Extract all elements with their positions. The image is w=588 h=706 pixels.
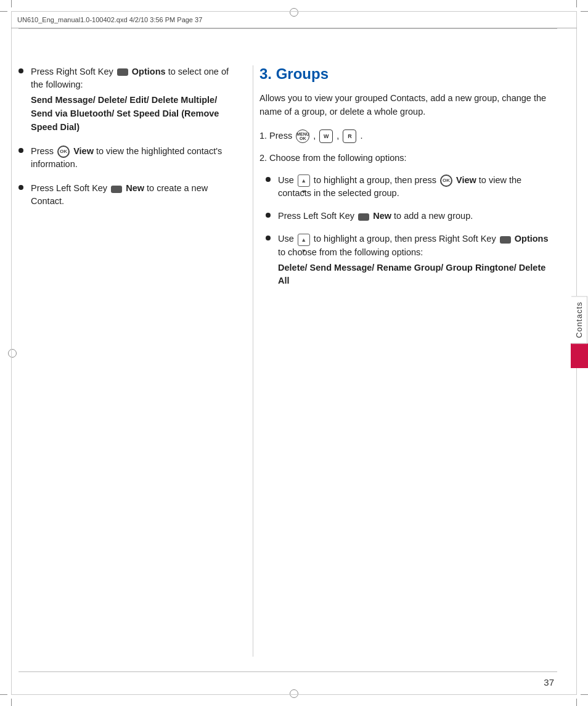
crop-mark-tr-h	[581, 11, 588, 12]
sub1-view-label: View	[456, 175, 476, 185]
sub-bullet-content-2: Press Left Soft Key New to add a new gro…	[278, 210, 557, 223]
sub1-use: Use	[278, 175, 296, 185]
w-icon: W	[319, 129, 333, 143]
right-soft-key-icon	[117, 68, 128, 76]
sidebar-color-block	[571, 343, 588, 368]
sub-bullet-dot-3	[266, 236, 271, 240]
ok-icon-1: OK	[57, 146, 70, 158]
bullet-item-right-soft-key: Press Right Soft Key Options to select o…	[18, 65, 234, 134]
sub3-use: Use	[278, 234, 296, 244]
sub2-press: Press Left Soft Key	[278, 211, 357, 221]
sub-bullet-1: Use ▲▼ to highlight a group, then press …	[266, 174, 557, 200]
sub3-options-label: Options	[515, 234, 549, 244]
step-1: 1. Press MENUOK , W , R .	[259, 129, 557, 143]
right-column: 3. Groups Allows you to view your groupe…	[253, 28, 557, 657]
menu-ok-icon: MENUOK	[296, 129, 309, 143]
bullet1-sub-menu: Send Message/ Delete/ Edit/ Delete Multi…	[31, 94, 234, 134]
sub2-new-label: New	[373, 211, 391, 221]
bullet2-view-label: View	[73, 146, 94, 156]
sidebar-contacts-label: Contacts	[571, 296, 587, 343]
bullet-content-1: Press Right Soft Key Options to select o…	[31, 65, 234, 134]
left-soft-key-icon-1	[111, 186, 122, 193]
sub-bullet-content-3: Use ▲▼ to highlight a group, then press …	[278, 232, 557, 288]
divider-bottom	[18, 671, 557, 672]
bullet-item-left-soft-key: Press Left Soft Key New to create a new …	[18, 182, 234, 208]
r-icon: R	[343, 129, 356, 143]
sub-bullet-3: Use ▲▼ to highlight a group, then press …	[266, 232, 557, 288]
sub-bullet-2: Press Left Soft Key New to add a new gro…	[266, 210, 557, 223]
step1-comma1: ,	[313, 131, 318, 141]
bullet1-text-before: Press Right Soft Key	[31, 67, 116, 76]
crop-mark-bl-v	[11, 699, 12, 706]
crop-mark-tr-v	[576, 0, 577, 7]
header-text: UN610_Eng_manual1.0-100402.qxd 4/2/10 3:…	[17, 16, 202, 23]
sub2-end: to add a new group.	[394, 211, 473, 221]
bullet2-press: Press	[31, 146, 56, 156]
bullet3-new-label: New	[126, 183, 144, 193]
step1-period: .	[360, 131, 362, 141]
sub3-middle: to highlight a group, then press Right S…	[314, 234, 499, 244]
bullet1-options-label: Options	[132, 67, 166, 76]
crop-mark-tl-v	[11, 0, 12, 7]
bullet-content-3: Press Left Soft Key New to create a new …	[31, 182, 234, 208]
bullet-dot-3	[18, 185, 23, 190]
sub1-middle: to highlight a group, then press	[314, 175, 439, 185]
sub3-sub-menu: Delete/ Send Message/ Rename Group/ Grou…	[278, 261, 557, 289]
crop-mark-tl-h	[0, 11, 7, 12]
sub3-end: to choose from the following options:	[278, 247, 423, 257]
bullet-content-2: Press OK View to view the highlighted co…	[31, 145, 234, 171]
nav-icon-2: ▲▼	[298, 234, 310, 246]
page-number: 37	[544, 677, 554, 688]
step1-label: 1. Press	[259, 131, 295, 141]
section-heading: 3. Groups	[259, 65, 557, 83]
bullet-item-press-view: Press OK View to view the highlighted co…	[18, 145, 234, 171]
right-soft-key-icon-2	[500, 236, 511, 244]
ok-icon-2: OK	[440, 174, 452, 187]
left-bullet-list: Press Right Soft Key Options to select o…	[18, 65, 234, 208]
bullet3-text-before: Press Left Soft Key	[31, 183, 110, 193]
crop-mark-bl-h	[0, 694, 7, 695]
content-area: Press Right Soft Key Options to select o…	[18, 28, 557, 657]
step-2-label: 2. Choose from the following options:	[259, 152, 557, 165]
header-bar: UN610_Eng_manual1.0-100402.qxd 4/2/10 3:…	[11, 11, 577, 28]
nav-icon-1: ▲▼	[298, 174, 310, 187]
crop-mark-br-h	[581, 694, 588, 695]
step1-comma2: ,	[337, 131, 341, 141]
right-bullet-list: Use ▲▼ to highlight a group, then press …	[266, 174, 557, 288]
sub-bullet-dot-1	[266, 177, 271, 182]
crop-mark-br-v	[576, 699, 577, 706]
section-intro: Allows you to view your grouped Contacts…	[259, 92, 557, 119]
sub-bullet-content-1: Use ▲▼ to highlight a group, then press …	[278, 174, 557, 200]
left-soft-key-icon-2	[358, 213, 369, 221]
left-column: Press Right Soft Key Options to select o…	[18, 28, 253, 657]
bullet-dot-1	[18, 68, 23, 73]
sidebar-tab: Contacts	[571, 296, 588, 368]
bullet-dot-2	[18, 148, 23, 153]
sub-bullet-dot-2	[266, 213, 271, 218]
